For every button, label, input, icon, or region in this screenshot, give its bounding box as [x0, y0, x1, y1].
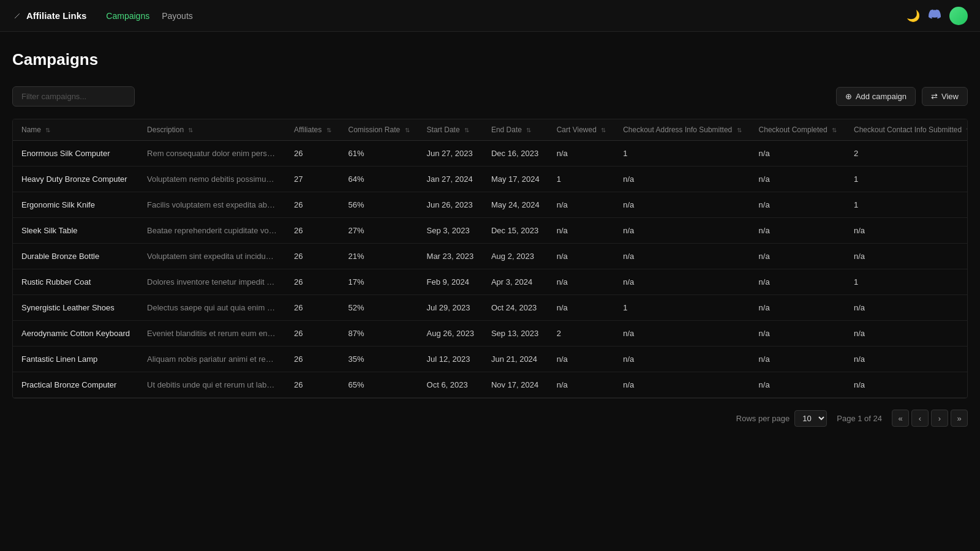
theme-toggle-icon[interactable]: 🌙 — [907, 9, 920, 23]
table-cell: n/a — [614, 218, 750, 244]
col-affiliates[interactable]: Affiliates ⇅ — [285, 119, 339, 141]
table-cell: Aerodynamic Cotton Keyboard — [13, 321, 138, 347]
discord-icon[interactable] — [929, 8, 941, 23]
table-cell: n/a — [614, 269, 750, 295]
table-cell: Dolores inventore tenetur impedit simili… — [138, 269, 285, 295]
table-cell: Nov 17, 2024 — [483, 372, 548, 398]
table-cell: 56% — [340, 192, 418, 218]
table-cell: n/a — [614, 321, 750, 347]
table-cell: n/a — [548, 141, 614, 167]
table-cell: n/a — [548, 192, 614, 218]
table-cell: Sep 13, 2023 — [483, 321, 548, 347]
prev-page-button[interactable]: ‹ — [911, 410, 929, 427]
page-info: Page 1 of 24 — [837, 414, 882, 423]
table-cell: Sep 3, 2023 — [418, 218, 483, 244]
table-cell: 52% — [340, 295, 418, 321]
col-checkout-address[interactable]: Checkout Address Info Submitted ⇅ — [614, 119, 750, 141]
view-label: View — [941, 92, 959, 101]
table-row[interactable]: Ergonomic Silk KnifeFacilis voluptatem e… — [13, 192, 968, 218]
next-page-button[interactable]: › — [931, 410, 948, 427]
rows-per-page-control: Rows per page 10 25 50 — [736, 410, 827, 427]
table-cell: Heavy Duty Bronze Computer — [13, 167, 138, 192]
table-cell: 26 — [285, 347, 339, 372]
table-cell: n/a — [548, 372, 614, 398]
table-cell: 26 — [285, 141, 339, 167]
table-cell: Aug 2, 2023 — [483, 244, 548, 269]
col-commission[interactable]: Comission Rate ⇅ — [340, 119, 418, 141]
table-row[interactable]: Fantastic Linen LampAliquam nobis pariat… — [13, 347, 968, 372]
table-cell: 1 — [845, 167, 968, 192]
table-cell: n/a — [750, 141, 845, 167]
filter-input[interactable] — [12, 86, 135, 107]
table-cell: Dec 15, 2023 — [483, 218, 548, 244]
table-cell: Enormous Silk Computer — [13, 141, 138, 167]
table-row[interactable]: Synergistic Leather ShoesDelectus saepe … — [13, 295, 968, 321]
table-row[interactable]: Aerodynamic Cotton KeyboardEveniet bland… — [13, 321, 968, 347]
table-row[interactable]: Durable Bronze BottleVoluptatem sint exp… — [13, 244, 968, 269]
add-campaign-button[interactable]: ⊕ Add campaign — [836, 87, 916, 106]
table-cell: Dec 16, 2023 — [483, 141, 548, 167]
col-end-date[interactable]: End Date ⇅ — [483, 119, 548, 141]
table-row[interactable]: Rustic Rubber CoatDolores inventore tene… — [13, 269, 968, 295]
col-name[interactable]: Name ⇅ — [13, 119, 138, 141]
table-row[interactable]: Enormous Silk ComputerRem consequatur do… — [13, 141, 968, 167]
table-cell: Feb 9, 2024 — [418, 269, 483, 295]
avatar[interactable] — [949, 7, 968, 25]
brand[interactable]: ⟋ Affiliate Links — [12, 10, 86, 21]
table-cell: 2 — [548, 321, 614, 347]
table-cell: n/a — [845, 347, 968, 372]
table-cell: Rem consequatur dolor enim perspiciatis … — [138, 141, 285, 167]
table-row[interactable]: Heavy Duty Bronze ComputerVoluptatem nem… — [13, 167, 968, 192]
table-cell: 87% — [340, 321, 418, 347]
sort-contact-icon: ⇅ — [966, 127, 968, 133]
toolbar-right: ⊕ Add campaign ⇄ View — [836, 87, 968, 106]
table-cell: n/a — [614, 347, 750, 372]
campaigns-table: Name ⇅ Description ⇅ Affiliates ⇅ Comiss… — [13, 119, 968, 398]
table-cell: Jun 26, 2023 — [418, 192, 483, 218]
table-cell: 26 — [285, 321, 339, 347]
last-page-button[interactable]: » — [951, 410, 968, 427]
brand-name: Affiliate Links — [26, 10, 86, 21]
table-cell: Beatae reprehenderit cupiditate voluptas… — [138, 218, 285, 244]
table-cell: n/a — [845, 372, 968, 398]
table-cell: 1 — [548, 167, 614, 192]
table-cell: 65% — [340, 372, 418, 398]
rows-per-page-select[interactable]: 10 25 50 — [794, 410, 827, 427]
table-cell: Aug 26, 2023 — [418, 321, 483, 347]
table-cell: 26 — [285, 218, 339, 244]
first-page-button[interactable]: « — [892, 410, 909, 427]
add-campaign-label: Add campaign — [856, 92, 907, 101]
col-checkout-contact[interactable]: Checkout Contact Info Submitted ⇅ — [845, 119, 968, 141]
table-cell: Oct 24, 2023 — [483, 295, 548, 321]
nav-payouts[interactable]: Payouts — [162, 11, 193, 21]
col-description[interactable]: Description ⇅ — [138, 119, 285, 141]
table-row[interactable]: Practical Bronze ComputerUt debitis unde… — [13, 372, 968, 398]
sort-desc-icon: ⇅ — [188, 127, 193, 133]
table-header: Name ⇅ Description ⇅ Affiliates ⇅ Comiss… — [13, 119, 968, 141]
table-cell: n/a — [548, 269, 614, 295]
view-button[interactable]: ⇄ View — [922, 87, 968, 106]
table-cell: 35% — [340, 347, 418, 372]
col-start-date[interactable]: Start Date ⇅ — [418, 119, 483, 141]
table-cell: 21% — [340, 244, 418, 269]
nav-links: Campaigns Payouts — [106, 11, 907, 21]
table-cell: Ut debitis unde qui et rerum ut laborios… — [138, 372, 285, 398]
table-row[interactable]: Sleek Silk TableBeatae reprehenderit cup… — [13, 218, 968, 244]
table-cell: Jul 29, 2023 — [418, 295, 483, 321]
page-title: Campaigns — [12, 50, 968, 69]
table-cell: Voluptatem sint expedita ut incidunt vol… — [138, 244, 285, 269]
add-icon: ⊕ — [845, 92, 852, 101]
nav-campaigns[interactable]: Campaigns — [106, 11, 149, 21]
table-cell: n/a — [614, 167, 750, 192]
table-cell: 26 — [285, 192, 339, 218]
table-cell: n/a — [845, 244, 968, 269]
table-cell: 17% — [340, 269, 418, 295]
table-cell: Rustic Rubber Coat — [13, 269, 138, 295]
table-body: Enormous Silk ComputerRem consequatur do… — [13, 141, 968, 398]
table-cell: Oct 6, 2023 — [418, 372, 483, 398]
col-cart-viewed[interactable]: Cart Viewed ⇅ — [548, 119, 614, 141]
sort-start-icon: ⇅ — [464, 127, 469, 133]
col-checkout-completed[interactable]: Checkout Completed ⇅ — [750, 119, 845, 141]
table-cell: 26 — [285, 295, 339, 321]
sort-end-icon: ⇅ — [526, 127, 531, 133]
